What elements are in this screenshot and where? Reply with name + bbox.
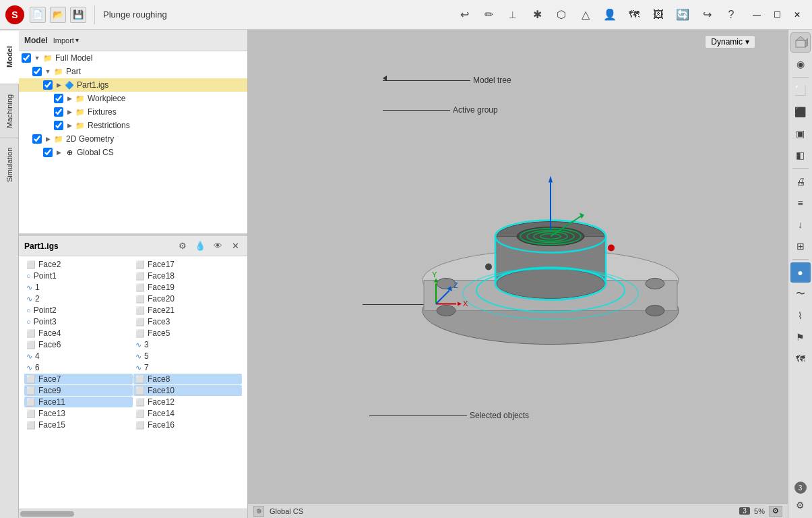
view-mode-dropdown[interactable]: Dynamic ▾ [705,35,755,49]
import-menu-button[interactable]: Import ▾ [53,36,79,45]
checkbox-part1igs[interactable] [43,80,53,90]
obj-item-face6[interactable]: ⬜Face6 [24,339,133,350]
checkbox-fixtures[interactable] [54,107,63,117]
checkbox-2d-geometry[interactable] [32,134,42,144]
measure-icon[interactable]: ⟂ [502,4,524,26]
save-file-icon[interactable]: 💾 [70,7,86,23]
obj-item-c1[interactable]: ∿1 [24,282,133,293]
model-tree[interactable]: ▼📁Full Model▼📁Part▶🔷Part1.igs▶📁Workpiece… [19,51,247,233]
obj-item-face4[interactable]: ⬜Face4 [24,328,133,339]
hatch-icon[interactable]: ⊞ [790,236,811,256]
side-view-icon[interactable]: ▣ [790,123,811,144]
obj-item-c5[interactable]: ∿5 [133,351,242,362]
help-icon[interactable]: ? [720,4,742,26]
sketch-icon[interactable]: ✏ [478,4,499,26]
new-file-icon[interactable]: 📄 [30,7,46,23]
tree-item-fixtures[interactable]: ▶📁Fixtures [19,105,247,119]
zoom-settings-icon[interactable]: ⚙ [769,506,782,517]
checkbox-part[interactable] [32,67,42,76]
close-panel-icon[interactable]: ✕ [228,239,242,253]
front-view-icon[interactable]: ⬜ [790,80,811,100]
obj-item-point2[interactable]: ○Point2 [24,305,133,316]
checkbox-restrictions[interactable] [54,121,63,130]
tree-item-part[interactable]: ▼📁Part [19,65,247,78]
tab-model[interactable]: Model [0,30,19,84]
obj-item-face9[interactable]: ⬜Face9 [24,385,133,396]
maximize-button[interactable]: ☐ [768,7,786,23]
obj-item-face20[interactable]: ⬜Face20 [133,293,242,304]
svg-text:Y: Y [432,270,437,278]
open-file-icon[interactable]: 📂 [50,7,66,23]
iso-view-icon[interactable]: ◧ [790,145,811,165]
obj-item-face11[interactable]: ⬜Face11 [24,397,133,407]
tree-item-full-model[interactable]: ▼📁Full Model [19,51,247,65]
flag-tool-icon[interactable]: ⚑ [790,327,811,347]
obj-item-face21[interactable]: ⬜Face21 [133,305,242,316]
curve-icon[interactable]: ✱ [526,4,548,26]
scrollbar-thumb[interactable] [20,511,74,517]
viewport[interactable]: Dynamic ▾ Model tree Active group List o… [248,30,788,518]
obj-item-face10[interactable]: ⬜Face10 [133,385,242,396]
settings-icon[interactable]: ⚙ [176,239,189,253]
obj-item-point1[interactable]: ○Point1 [24,270,133,281]
map-tool-icon[interactable]: 🗺 [790,349,811,369]
print-icon[interactable]: 🖨 [790,171,811,192]
image-icon[interactable]: 🖼 [648,4,669,26]
obj-item-c2[interactable]: ∿2 [24,293,133,304]
surface-icon[interactable]: △ [575,4,596,26]
checkbox-workpiece[interactable] [54,94,63,103]
obj-item-face8[interactable]: ⬜Face8 [133,374,242,384]
settings-bottom-icon[interactable]: ⚙ [790,495,811,515]
obj-item-c7[interactable]: ∿7 [133,362,242,373]
checkbox-global-cs[interactable] [43,148,53,157]
obj-item-face7[interactable]: ⬜Face7 [24,374,133,384]
top-view-icon[interactable]: ⬛ [790,102,811,122]
obj-item-face14[interactable]: ⬜Face14 [133,408,242,419]
terrain-tool-icon[interactable]: ⌇ [790,306,811,326]
obj-label-c6: 6 [35,363,40,372]
horizontal-scrollbar[interactable] [19,509,247,518]
checkbox-full-model[interactable] [22,53,31,63]
tab-machining[interactable]: Machining [0,84,19,138]
object-panel-toolbar: ⚙ 💧 👁 ✕ [176,239,242,253]
layers-icon[interactable]: ≡ [790,193,811,213]
tab-simulation[interactable]: Simulation [0,138,19,192]
obj-item-c4[interactable]: ∿4 [24,351,133,362]
obj-icon-curve: ∿ [26,283,32,292]
shape-icon[interactable]: ⬡ [551,4,572,26]
obj-item-point3[interactable]: ○Point3 [24,316,133,327]
obj-item-face5[interactable]: ⬜Face5 [133,328,242,339]
view-cube-icon[interactable] [790,32,811,53]
undo-icon[interactable]: ↩ [454,4,475,26]
obj-item-face19[interactable]: ⬜Face19 [133,282,242,293]
tree-item-part1igs[interactable]: ▶🔷Part1.igs [19,78,247,92]
close-button[interactable]: ✕ [788,7,807,23]
obj-item-face3[interactable]: ⬜Face3 [133,316,242,327]
obj-item-face17[interactable]: ⬜Face17 [133,259,242,270]
export-icon[interactable]: ↓ [790,214,811,235]
obj-item-face15[interactable]: ⬜Face15 [24,420,133,430]
transform-icon[interactable]: 🔄 [672,4,693,26]
assembly-icon[interactable]: 🗺 [623,4,645,26]
obj-item-c6[interactable]: ∿6 [24,362,133,373]
sphere-view-icon[interactable]: ◉ [790,54,811,74]
tree-item-restrictions[interactable]: ▶📁Restrictions [19,119,247,132]
visibility-icon[interactable]: 👁 [211,239,224,253]
solid-icon[interactable]: 👤 [599,4,621,26]
object-list-container[interactable]: ⬜Face2⬜Face17○Point1⬜Face18∿1⬜Face19∿2⬜F… [19,256,247,509]
obj-item-face13[interactable]: ⬜Face13 [24,408,133,419]
tree-item-2d-geometry[interactable]: ▶📁2D Geometry [19,132,247,146]
obj-icon-face: ⬜ [135,409,145,418]
dot-tool-icon[interactable]: ● [790,262,811,283]
color-icon[interactable]: 💧 [193,239,207,253]
redo-icon[interactable]: ↪ [696,4,718,26]
obj-item-face12[interactable]: ⬜Face12 [133,397,242,407]
obj-item-c3[interactable]: ∿3 [133,339,242,350]
minimize-button[interactable]: — [747,7,766,23]
obj-item-face16[interactable]: ⬜Face16 [133,420,242,430]
tree-item-workpiece[interactable]: ▶📁Workpiece [19,92,247,105]
obj-item-face2[interactable]: ⬜Face2 [24,259,133,270]
wave-tool-icon[interactable]: 〜 [790,284,811,304]
obj-item-face18[interactable]: ⬜Face18 [133,270,242,281]
tree-item-global-cs[interactable]: ▶⊕Global CS [19,146,247,159]
